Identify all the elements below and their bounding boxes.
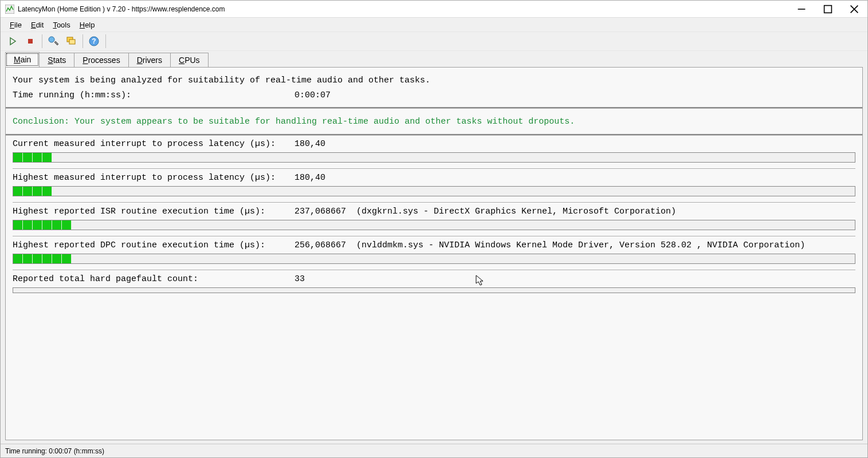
tab-label: rocesses (88, 56, 120, 65)
help-icon: ? (88, 35, 100, 47)
metric-label: Highest reported DPC routine execution t… (13, 240, 294, 250)
maximize-button[interactable] (815, 1, 841, 18)
help-button[interactable]: ? (85, 33, 103, 49)
metric-label: Current measured interrupt to process la… (13, 139, 294, 149)
progress-bar (13, 220, 855, 230)
metric-block: Reported total hard pagefault count:33 (13, 274, 855, 293)
menu-label: ools (57, 21, 70, 29)
divider (13, 270, 855, 271)
metric-value: 180,40 (294, 139, 325, 149)
stop-icon (26, 37, 35, 46)
svg-marker-5 (10, 38, 15, 45)
metric-block: Highest measured interrupt to process la… (13, 173, 855, 203)
stop-button[interactable] (22, 33, 39, 49)
start-button[interactable] (4, 33, 21, 49)
metric-block: Current measured interrupt to process la… (13, 139, 855, 169)
menu-tools[interactable]: Tools (48, 19, 74, 30)
progress-bar (13, 254, 855, 264)
menu-label: elp (85, 21, 95, 29)
tab-stats[interactable]: Stats (39, 53, 74, 67)
menu-help[interactable]: Help (75, 19, 100, 30)
menu-edit[interactable]: Edit (26, 19, 48, 30)
tabstrip: Main Stats Processes Drivers CPUs (1, 51, 867, 67)
metric-block: Highest reported ISR routine execution t… (13, 207, 855, 237)
toolbar-separator (105, 34, 106, 48)
conclusion-text: Your system appears to be suitable for h… (74, 117, 575, 127)
tab-cpus[interactable]: CPUs (170, 53, 209, 67)
status-text: Time running: 0:00:07 (h:mm:ss) (5, 447, 104, 455)
divider (13, 202, 855, 203)
main-panel: Your system is being analyzed for suitab… (5, 67, 863, 440)
minimize-button[interactable] (788, 1, 815, 18)
menubar: File Edit Tools Help (1, 18, 867, 31)
titlebar: LatencyMon (Home Edition ) v 7.20 - http… (1, 1, 867, 18)
tab-label: PUs (184, 56, 199, 65)
metric-value: 237,068667 (dxgkrnl.sys - DirectX Graphi… (294, 207, 676, 216)
play-icon (8, 37, 17, 46)
minimize-icon (797, 5, 806, 14)
menu-file[interactable]: File (5, 19, 26, 30)
metric-value: 33 (294, 274, 305, 284)
toolbar-separator (42, 34, 42, 48)
metric-value: 256,068667 (nvlddmkm.sys - NVIDIA Window… (294, 240, 805, 250)
svg-rect-2 (824, 5, 832, 13)
svg-text:?: ? (92, 37, 96, 45)
toolbar-separator (83, 34, 83, 48)
close-icon (850, 5, 859, 14)
menu-label: ile (14, 21, 22, 29)
tools-button[interactable] (45, 33, 62, 49)
metrics-list: Current measured interrupt to process la… (6, 136, 862, 299)
conclusion-prefix: Conclusion: (13, 117, 74, 127)
windows-button[interactable] (62, 33, 80, 49)
svg-point-7 (49, 37, 54, 42)
maximize-icon (823, 5, 832, 14)
progress-bar (13, 152, 855, 163)
conclusion-line: Conclusion: Your system appears to be su… (6, 109, 862, 134)
time-running-value: 0:00:07 (294, 88, 331, 103)
app-icon (5, 5, 14, 14)
statusbar: Time running: 0:00:07 (h:mm:ss) (1, 444, 867, 457)
metric-label: Highest measured interrupt to process la… (13, 173, 294, 183)
tab-label: tats (53, 56, 66, 65)
metric-label: Reported total hard pagefault count: (13, 274, 294, 284)
close-button[interactable] (841, 1, 867, 18)
metric-value: 180,40 (294, 173, 325, 183)
cascade-windows-icon (65, 35, 77, 47)
analysis-line: Your system is being analyzed for suitab… (13, 73, 855, 88)
tab-label: rivers (143, 56, 162, 65)
tab-label: ain (21, 55, 32, 64)
wrench-globe-icon (48, 35, 59, 47)
window-title: LatencyMon (Home Edition ) v 7.20 - http… (18, 5, 788, 13)
progress-bar (13, 287, 855, 293)
svg-rect-9 (69, 40, 75, 44)
divider (13, 236, 855, 237)
divider (13, 168, 855, 169)
toolbar: ? (1, 31, 867, 51)
metric-block: Highest reported DPC routine execution t… (13, 240, 855, 271)
tab-main[interactable]: Main (5, 52, 40, 67)
tab-drivers[interactable]: Drivers (128, 53, 171, 67)
time-running-label: Time running (h:mm:ss): (13, 88, 294, 103)
metric-label: Highest reported ISR routine execution t… (13, 207, 294, 216)
svg-rect-6 (28, 39, 33, 44)
progress-bar (13, 186, 855, 196)
report-header: Your system is being analyzed for suitab… (6, 68, 862, 107)
menu-label: dit (36, 21, 44, 29)
tab-processes[interactable]: Processes (74, 53, 128, 67)
